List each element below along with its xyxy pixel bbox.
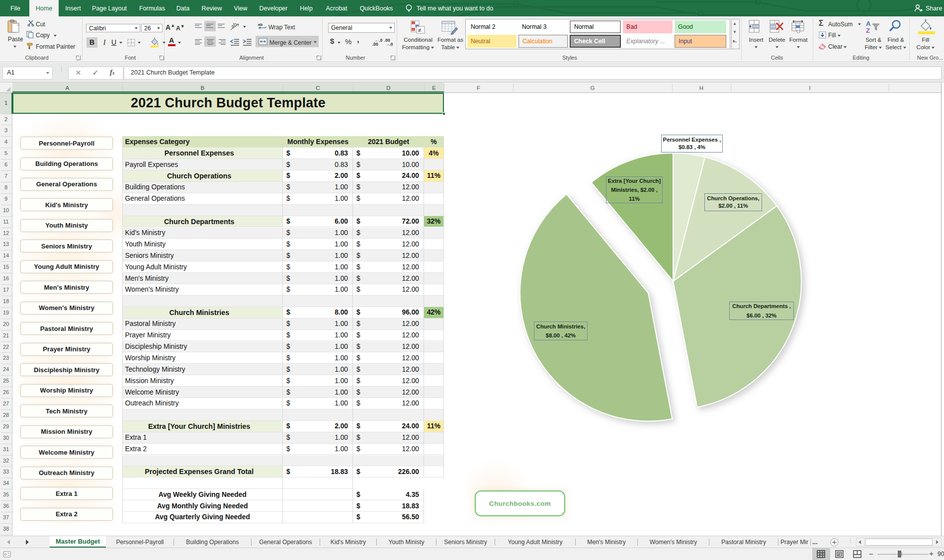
svg-text:ab: ab [258, 22, 262, 27]
svg-text:A: A [866, 20, 871, 27]
svg-text:Z: Z [866, 27, 870, 34]
svg-text:→.0: →.0 [385, 42, 393, 46]
svg-text:.00: .00 [372, 42, 378, 46]
svg-text:≠: ≠ [418, 27, 422, 34]
